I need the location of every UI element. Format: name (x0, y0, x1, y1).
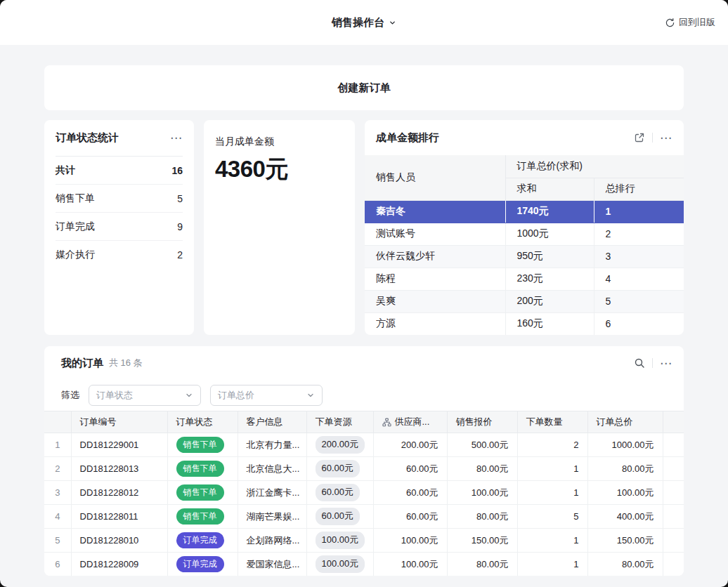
status-row-total: 共计 16 (56, 157, 183, 185)
row-index: 1 (44, 433, 71, 457)
status-value: 2 (177, 249, 183, 260)
amount-value: 4360元 (215, 154, 344, 185)
extra-cell (663, 553, 684, 576)
card-title: 成单金额排行 (376, 131, 439, 145)
resource-cell: 100.00元 (306, 553, 373, 576)
extra-cell (663, 433, 684, 457)
table-row[interactable]: 6 DD181228009 订单完成 爱国家信息... 100.00元 100.… (44, 553, 684, 576)
more-button[interactable]: ⋯ (170, 132, 183, 144)
ranking-row: 伙伴云魏少轩 950元 3 (365, 245, 684, 268)
extra-cell (663, 529, 684, 553)
ranking-row: 测试账号 1000元 2 (365, 223, 684, 245)
back-to-old-button[interactable]: 回到旧版 (665, 16, 715, 29)
status-badge: 销售下单 (176, 437, 224, 453)
create-order-label: 创建新订单 (338, 81, 391, 95)
ranking-col-person: 销售人员 (365, 155, 505, 200)
status-value: 5 (177, 193, 183, 204)
ranking-row: 陈程 230元 4 (365, 268, 684, 290)
sum-value: 1740元 (505, 200, 594, 223)
qty-cell: 1 (517, 481, 587, 505)
resource-cell: 60.00元 (306, 457, 373, 481)
sum-value: 160元 (505, 312, 594, 335)
column-header-total[interactable]: 订单总价 (587, 411, 663, 433)
more-button[interactable]: ⋯ (660, 132, 672, 144)
order-number-cell: DD181228012 (71, 481, 167, 505)
ranking-row: 方源 160元 6 (365, 312, 684, 335)
qty-cell: 2 (517, 433, 587, 457)
resource-tag: 100.00元 (316, 555, 365, 572)
resource-tag: 60.00元 (316, 508, 360, 525)
chevron-down-icon (185, 391, 193, 400)
column-header-status[interactable]: 订单状态 (167, 411, 238, 433)
more-button[interactable]: ⋯ (660, 357, 672, 369)
resource-tag: 60.00元 (316, 460, 360, 477)
order-status-cell: 销售下单 (167, 481, 238, 505)
column-header-supplier[interactable]: 供应商... (373, 411, 447, 433)
table-row[interactable]: 3 DD181228012 销售下单 浙江金鹰卡... 60.00元 60.00… (44, 481, 684, 505)
monthly-amount-card: 当月成单金额 4360元 (204, 120, 355, 335)
status-label: 共计 (56, 164, 75, 177)
extra-cell (663, 457, 684, 481)
card-header: 成单金额排行 ⋯ (365, 120, 684, 155)
create-order-button[interactable]: 创建新订单 (44, 65, 684, 110)
ranking-row: 秦吉冬 1740元 1 (365, 200, 684, 223)
status-badge: 订单完成 (176, 532, 224, 548)
total-cell: 80.00元 (587, 553, 663, 576)
table-row[interactable]: 1 DD181229001 销售下单 北京有力量... 200.00元 200.… (44, 433, 684, 457)
supplier-cell: 60.00元 (373, 457, 447, 481)
column-header-resource[interactable]: 下单资源 (306, 411, 373, 433)
status-row: 媒介执行 2 (56, 241, 183, 269)
column-header-order-no[interactable]: 订单编号 (71, 411, 167, 433)
row-index: 2 (44, 457, 71, 481)
sum-value: 200元 (505, 290, 594, 312)
table-row[interactable]: 5 DD181228010 订单完成 企划路网络... 100.00元 100.… (44, 529, 684, 553)
table-row[interactable]: 4 DD181228011 销售下单 湖南芒果娱... 60.00元 60.00… (44, 505, 684, 529)
status-badge: 销售下单 (176, 484, 224, 501)
ranking-table: 销售人员 订单总价(求和) 求和 总排行 秦吉冬 1740元 1 (365, 155, 684, 335)
open-external-button[interactable] (634, 132, 645, 143)
status-row: 订单完成 9 (56, 213, 183, 241)
resource-tag: 200.00元 (316, 436, 365, 453)
column-header-quote[interactable]: 销售报价 (447, 411, 517, 433)
supplier-cell: 100.00元 (373, 553, 447, 576)
status-badge: 订单完成 (176, 556, 224, 572)
my-orders-card: 我的订单 共 16 条 ⋯ 筛选 订单状态 (44, 346, 684, 576)
order-total-filter-dropdown[interactable]: 订单总价 (210, 385, 323, 406)
more-icon: ⋯ (660, 132, 672, 144)
person-name: 伙伴云魏少轩 (365, 245, 505, 268)
row-index: 5 (44, 529, 71, 553)
extra-cell (663, 505, 684, 529)
column-header-customer[interactable]: 客户信息 (238, 411, 306, 433)
customer-cell: 浙江金鹰卡... (238, 481, 306, 505)
table-row[interactable]: 2 DD181228013 销售下单 北京信息大... 60.00元 60.00… (44, 457, 684, 481)
widgets-row: 订单状态统计 ⋯ 共计 16 销售下单 5 订单完成 9 媒介执行 2 (44, 120, 684, 335)
search-icon (634, 357, 645, 369)
quote-cell: 500.00元 (447, 433, 517, 457)
supplier-cell: 100.00元 (373, 529, 447, 553)
order-status-stats-card: 订单状态统计 ⋯ 共计 16 销售下单 5 订单完成 9 媒介执行 2 (44, 120, 194, 335)
status-label: 销售下单 (56, 192, 95, 205)
qty-cell: 1 (517, 529, 587, 553)
rank-value: 5 (594, 290, 684, 312)
order-number-cell: DD181228010 (71, 529, 167, 553)
total-cell: 150.00元 (587, 529, 663, 553)
supplier-cell: 200.00元 (373, 433, 447, 457)
column-header-qty[interactable]: 下单数量 (517, 411, 587, 433)
search-button[interactable] (634, 357, 645, 369)
filter-bar: 筛选 订单状态 订单总价 (44, 380, 684, 411)
app-title-dropdown[interactable]: 销售操作台 (332, 16, 396, 29)
card-actions: ⋯ (634, 132, 672, 144)
order-number-cell: DD181228013 (71, 457, 167, 481)
qty-cell: 5 (517, 505, 587, 529)
dashboard-content: 创建新订单 订单状态统计 ⋯ 共计 16 销售下单 5 订单完成 (0, 45, 728, 576)
supplier-cell: 60.00元 (373, 481, 447, 505)
status-value: 9 (177, 221, 183, 232)
customer-cell: 企划路网络... (238, 529, 306, 553)
relation-icon (382, 418, 391, 427)
person-name: 陈程 (365, 268, 505, 290)
page-title: 销售操作台 (332, 16, 384, 29)
status-badge: 销售下单 (176, 461, 224, 477)
card-header: 订单状态统计 ⋯ (56, 120, 183, 157)
status-label: 订单完成 (56, 220, 95, 233)
order-status-filter-dropdown[interactable]: 订单状态 (89, 385, 201, 406)
